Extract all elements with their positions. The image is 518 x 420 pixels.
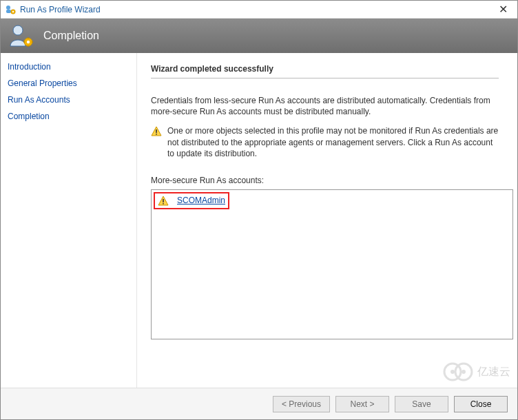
description-text: Credentials from less-secure Run As acco… (151, 95, 499, 117)
close-icon[interactable]: ✕ (493, 3, 513, 16)
sidebar-item-completion[interactable]: Completion (8, 108, 130, 125)
save-button: Save (395, 396, 448, 412)
svg-rect-13 (156, 134, 157, 135)
page-title: Wizard completed successfully (151, 64, 499, 78)
svg-point-6 (27, 41, 30, 43)
accounts-label: More-secure Run As accounts: (151, 176, 504, 185)
body-area: Introduction General Properties Run As A… (1, 53, 517, 388)
svg-point-0 (6, 6, 10, 10)
warning-icon (158, 196, 169, 207)
warning-icon (151, 126, 162, 137)
svg-rect-12 (156, 129, 157, 133)
previous-button: < Previous (273, 396, 330, 412)
title-bar: Run As Profile Wizard ✕ (1, 1, 517, 19)
footer-bar: < Previous Next > Save Close (1, 388, 517, 419)
header-heading: Completion (43, 30, 99, 42)
account-link-scomadmin[interactable]: SCOMAdmin (177, 196, 225, 205)
list-item[interactable]: SCOMAdmin (154, 192, 229, 209)
svg-point-3 (12, 10, 14, 12)
svg-rect-1 (6, 10, 11, 13)
svg-point-4 (13, 25, 23, 35)
svg-rect-16 (163, 203, 164, 204)
app-icon (5, 4, 16, 15)
window-title: Run As Profile Wizard (20, 5, 101, 14)
sidebar: Introduction General Properties Run As A… (1, 53, 137, 388)
warning-text: One or more objects selected in this pro… (167, 125, 499, 159)
accounts-listbox[interactable]: SCOMAdmin (151, 189, 513, 339)
user-gear-icon (8, 23, 34, 49)
close-button[interactable]: Close (454, 396, 508, 412)
svg-rect-15 (163, 199, 164, 202)
main-panel: Wizard completed successfully Credential… (137, 53, 517, 388)
next-button: Next > (335, 396, 389, 412)
sidebar-item-general-properties[interactable]: General Properties (8, 75, 130, 92)
header-band: Completion (1, 19, 517, 53)
sidebar-item-run-as-accounts[interactable]: Run As Accounts (8, 92, 130, 108)
sidebar-item-introduction[interactable]: Introduction (8, 59, 130, 75)
warning-row: One or more objects selected in this pro… (151, 125, 499, 159)
